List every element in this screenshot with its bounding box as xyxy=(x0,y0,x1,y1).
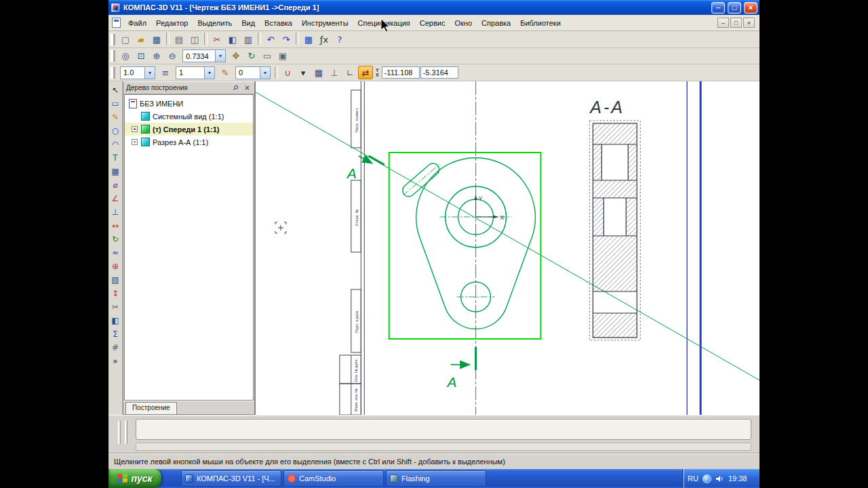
zoom-in-icon[interactable]: ⊕ xyxy=(149,49,164,63)
grid-tool-icon[interactable]: # xyxy=(109,341,122,354)
minimize-button[interactable]: – xyxy=(711,2,725,14)
menu-item-tools[interactable]: Инструменты xyxy=(297,16,353,30)
menu-item-window[interactable]: Окно xyxy=(450,16,477,30)
menu-item-service[interactable]: Сервис xyxy=(415,16,450,30)
table-tool-icon[interactable]: ▦ xyxy=(109,165,122,178)
snap-magnet-icon[interactable]: ∪ xyxy=(280,66,295,79)
more-tools-icon[interactable]: » xyxy=(109,354,122,367)
toolbar-grip[interactable] xyxy=(112,34,115,45)
tray-app-icon[interactable] xyxy=(703,474,711,483)
close-button[interactable]: × xyxy=(744,2,757,14)
tree-item-section-view[interactable]: + Разрез А-А (1:1) xyxy=(125,136,253,148)
chevron-down-icon[interactable]: ▾ xyxy=(260,67,270,79)
tray-clock[interactable]: 19:38 xyxy=(728,474,747,483)
snap-menu-icon[interactable]: ▾ xyxy=(296,66,311,79)
save-icon[interactable]: ▦ xyxy=(149,33,164,46)
draw-pencil-icon[interactable]: ✎ xyxy=(109,110,122,123)
linear-dim-icon[interactable]: ↔ xyxy=(109,219,122,232)
taskbar-task-kompas[interactable]: КОМПАС-3D V11 - [Ч... xyxy=(181,470,281,487)
menu-item-select[interactable]: Выделить xyxy=(193,16,237,30)
drawing-area[interactable]: Перв. примен. Справ. № Подп. и дата Инв.… xyxy=(255,81,760,415)
menu-item-help[interactable]: Справка xyxy=(477,16,515,30)
marquee-select-icon[interactable]: ▭ xyxy=(109,97,122,110)
select-arrow-icon[interactable]: ↖ xyxy=(109,83,122,96)
tab-construction[interactable]: Построение xyxy=(125,402,177,414)
text-tool-icon[interactable]: Т xyxy=(109,151,122,164)
pan-icon[interactable]: ✥ xyxy=(229,49,243,63)
panel-grip[interactable] xyxy=(125,421,127,444)
menu-item-specification[interactable]: Спецификация xyxy=(353,16,415,30)
pin-icon[interactable]: ⚲ xyxy=(229,81,241,94)
redo-icon[interactable]: ↷ xyxy=(279,33,294,46)
drawing-canvas[interactable]: Перв. примен. Справ. № Подп. и дата Инв.… xyxy=(256,81,760,415)
zoom-frame-icon[interactable]: ⊡ xyxy=(134,49,149,63)
trim-tool-icon[interactable]: ✂ xyxy=(109,300,122,313)
view-number-combo[interactable]: 1 ▾ xyxy=(176,66,215,79)
toolbar-grip[interactable] xyxy=(112,50,115,62)
document-window-icon[interactable] xyxy=(112,18,121,28)
print-preview-icon[interactable]: ◫ xyxy=(187,33,202,46)
grid-icon[interactable]: ▦ xyxy=(311,66,326,79)
language-indicator[interactable]: RU xyxy=(688,474,698,483)
fill-tool-icon[interactable]: ◧ xyxy=(109,314,122,327)
variables-icon[interactable]: ƒx xyxy=(317,33,332,46)
perpendicular-icon[interactable]: ⊥ xyxy=(109,205,122,218)
angle-dim-icon[interactable]: ∠ xyxy=(109,192,122,205)
zoom-out-icon[interactable]: ⊖ xyxy=(165,49,180,63)
restore-button[interactable]: □ xyxy=(728,2,741,14)
cut-icon[interactable]: ✂ xyxy=(210,33,224,46)
start-button[interactable]: пуск xyxy=(108,469,161,488)
menu-item-view[interactable]: Вид xyxy=(237,16,260,30)
vertical-dim-icon[interactable]: ↕ xyxy=(109,287,122,300)
new-document-icon[interactable]: ▢ xyxy=(118,33,133,46)
hatch-tool-icon[interactable]: ▨ xyxy=(109,273,122,286)
kompas-app-icon[interactable] xyxy=(111,3,121,13)
open-folder-icon[interactable]: ▰ xyxy=(134,33,149,46)
taskbar-task-camstudio[interactable]: CamStudio xyxy=(283,470,384,487)
menu-item-editor[interactable]: Редактор xyxy=(151,16,193,30)
diameter-dim-icon[interactable]: ⌀ xyxy=(109,178,122,191)
menu-item-file[interactable]: Файл xyxy=(123,16,151,30)
refresh-icon[interactable]: ↻ xyxy=(244,49,259,63)
ortho-icon[interactable]: ∟ xyxy=(342,66,357,79)
taskbar-task-flashing[interactable]: Flashing xyxy=(386,470,486,487)
zoom-area-icon[interactable]: ◎ xyxy=(118,49,133,63)
mdi-restore-button[interactable]: □ xyxy=(730,18,742,28)
cursor-step-combo[interactable]: 1.0 ▾ xyxy=(120,66,155,79)
tree-item-front-view[interactable]: + (т) Спереди 1 (1:1) xyxy=(125,123,253,136)
insert-tool-icon[interactable]: ⊕ xyxy=(109,260,122,272)
view-states-icon[interactable]: ≡ xyxy=(158,66,173,79)
coordinate-y-field[interactable]: -5.3164 xyxy=(420,66,458,79)
help-icon[interactable]: ? xyxy=(332,33,347,46)
coordinate-x-field[interactable]: -111.108 xyxy=(382,66,420,79)
toolbar-grip[interactable] xyxy=(112,67,115,79)
measure-icon[interactable]: Σ xyxy=(109,327,122,340)
layer-combo[interactable]: 0 ▾ xyxy=(235,66,271,79)
panel-grip[interactable] xyxy=(118,421,121,444)
fit-page-icon[interactable]: ▭ xyxy=(260,49,275,63)
local-csys-icon[interactable]: ⊥ xyxy=(327,66,342,79)
speaker-icon[interactable] xyxy=(715,474,724,483)
chevron-down-icon[interactable]: ▾ xyxy=(204,67,214,79)
menu-item-libraries[interactable]: Библиотеки xyxy=(515,16,566,30)
show-document-icon[interactable]: ▣ xyxy=(275,49,290,63)
circle-tool-icon[interactable]: ○ xyxy=(109,124,122,137)
roughness-icon[interactable]: ≈ xyxy=(109,246,122,259)
paste-icon[interactable]: ▥ xyxy=(241,33,256,46)
mdi-close-button[interactable]: × xyxy=(743,18,755,28)
mdi-minimize-button[interactable]: – xyxy=(717,18,729,28)
close-icon[interactable]: × xyxy=(243,83,252,92)
rounding-toggle[interactable]: ⇄ xyxy=(358,66,373,79)
chevron-down-icon[interactable]: ▾ xyxy=(215,50,225,62)
zoom-scale-combo[interactable]: 0.7334 ▾ xyxy=(182,49,226,62)
copy-icon[interactable]: ◧ xyxy=(225,33,240,46)
expand-icon[interactable]: + xyxy=(132,139,138,145)
tree-root-item[interactable]: БЕЗ ИМЕНИ xyxy=(125,97,253,110)
tree-item-system-view[interactable]: Системный вид (1:1) xyxy=(125,110,253,123)
layer-states-icon[interactable]: ✎ xyxy=(218,66,233,79)
expand-icon[interactable]: + xyxy=(132,126,138,132)
undo-icon[interactable]: ↶ xyxy=(263,33,278,46)
print-icon[interactable]: ▤ xyxy=(172,33,186,46)
arc-tool-icon[interactable]: ◠ xyxy=(109,138,122,150)
rotate-tool-icon[interactable]: ↻ xyxy=(109,232,122,245)
